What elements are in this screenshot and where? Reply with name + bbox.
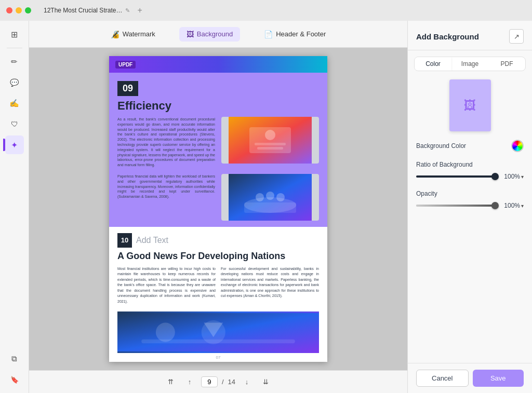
sidebar-divider-1: [7, 48, 22, 48]
edit-icon: ✏: [11, 57, 18, 66]
titlebar: 12The Most Crucial Strate… ✎ +: [0, 0, 532, 21]
opacity-value-container: 100% ▾: [499, 202, 524, 209]
tab-title: 12The Most Crucial Strate…: [44, 7, 122, 14]
panel-tabs: Color Image PDF: [414, 57, 526, 71]
sidebar-item-pages[interactable]: ⊞: [5, 25, 24, 44]
new-tab-button[interactable]: +: [137, 6, 142, 15]
right-panel: Add Background ↗ Color Image PDF 🖼 Backg…: [407, 21, 532, 393]
ratio-label: Ratio of Background: [416, 161, 473, 168]
ratio-section: Ratio of Background 100% ▾: [416, 159, 524, 180]
page-footer: 07: [117, 353, 319, 362]
svg-rect-10: [244, 202, 296, 213]
meeting-photo: [221, 174, 319, 221]
next-page-button[interactable]: ↓: [240, 375, 254, 389]
meeting-image: [221, 174, 319, 221]
ratio-slider-track[interactable]: [416, 175, 495, 178]
body-text-2: Paperless financial data will lighten th…: [117, 174, 215, 221]
sidebar-item-sign[interactable]: ✍: [5, 94, 24, 113]
body-text-3: Most financial institutions are willing …: [117, 266, 216, 305]
svg-point-9: [276, 193, 285, 201]
section-number-2: 10: [117, 233, 132, 248]
bg-preview-icon: 🖼: [464, 98, 476, 113]
opacity-slider-fill: [416, 205, 495, 207]
export-button[interactable]: ↗: [509, 29, 524, 44]
panel-title: Add Background: [416, 32, 479, 41]
sidebar-item-protect[interactable]: 🛡: [5, 115, 24, 133]
svg-rect-14: [141, 340, 295, 343]
opacity-slider-thumb[interactable]: [491, 202, 499, 209]
svg-rect-4: [257, 147, 283, 150]
background-label: Background: [197, 30, 233, 38]
layers-icon: ⧉: [11, 354, 17, 363]
tab-color[interactable]: Color: [415, 57, 451, 71]
watermark-button[interactable]: 🔏 Watermark: [103, 27, 163, 42]
bottom-photo: [117, 311, 319, 353]
section-number-1: 09: [117, 81, 138, 96]
prev-page-button[interactable]: ↑: [182, 375, 197, 389]
body-text-1: As a result, the bank's conventional doc…: [117, 117, 215, 168]
header-footer-label: Header & Footer: [276, 30, 326, 38]
header-footer-button[interactable]: 📄 Header & Footer: [257, 27, 333, 42]
sidebar-item-layers[interactable]: ⧉: [5, 349, 24, 368]
ratio-slider-thumb[interactable]: [491, 173, 499, 180]
total-pages: 14: [228, 378, 235, 386]
svg-rect-3: [255, 143, 286, 145]
svg-point-7: [256, 193, 264, 201]
sidebar-item-ai[interactable]: ✦: [5, 135, 24, 154]
bottom-image: [117, 311, 319, 353]
watermark-icon: 🔏: [111, 30, 119, 38]
ratio-slider-fill: [416, 175, 495, 178]
svg-point-2: [265, 130, 275, 140]
pages-icon: ⊞: [11, 30, 18, 39]
close-button[interactable]: [6, 7, 12, 13]
background-button[interactable]: 🖼 Background: [179, 27, 240, 42]
save-button[interactable]: Save: [473, 370, 524, 387]
maximize-button[interactable]: [25, 7, 31, 13]
active-indicator: [3, 139, 5, 151]
footer-text: 07: [216, 355, 221, 360]
current-page-input[interactable]: 9: [201, 376, 218, 387]
cancel-button[interactable]: Cancel: [416, 370, 469, 387]
page: UPDF 09 Efficiency As a result, the bank…: [109, 56, 327, 362]
panel-footer: Cancel Save: [408, 363, 532, 393]
two-col-layout: As a result, the bank's conventional doc…: [117, 117, 319, 227]
bookmark-icon: 🔖: [10, 376, 19, 384]
doc-viewer[interactable]: UPDF 09 Efficiency As a result, the bank…: [29, 48, 407, 370]
tab[interactable]: 12The Most Crucial Strate… ✎: [44, 7, 130, 14]
page-separator: /: [222, 378, 224, 386]
tab-pdf[interactable]: PDF: [488, 57, 525, 71]
ratio-value-container: 100% ▾: [499, 173, 524, 180]
main-layout: ⊞ ✏ 💬 ✍ 🛡 ✦ ⧉ 🔖: [0, 21, 532, 393]
office-photo: [221, 117, 319, 164]
export-icon: ↗: [514, 33, 520, 40]
tab-image[interactable]: Image: [451, 57, 488, 71]
add-text: Add Text: [136, 236, 168, 245]
sidebar-item-comment[interactable]: 💬: [5, 73, 24, 92]
first-page-button[interactable]: ⇈: [164, 375, 178, 389]
background-icon: 🖼: [187, 30, 194, 38]
updf-logo: UPDF: [115, 61, 136, 69]
page-header-bar: UPDF: [109, 56, 327, 73]
section-title-2: A Good News For Developing Nations: [117, 251, 319, 262]
panel-header: Add Background ↗: [408, 21, 532, 50]
white-section: 10 Add Text A Good News For Developing N…: [109, 227, 327, 362]
bg-preview-container: 🖼: [408, 71, 532, 140]
content-area: 🔏 Watermark 🖼 Background 📄 Header & Foot…: [29, 21, 407, 393]
page-purple-section: 09 Efficiency As a result, the bank's co…: [109, 73, 327, 227]
last-page-button[interactable]: ⇊: [258, 375, 273, 389]
minimize-button[interactable]: [16, 7, 22, 13]
opacity-slider-track[interactable]: [416, 205, 495, 207]
sidebar-item-edit[interactable]: ✏: [5, 52, 24, 71]
section-title-1: Efficiency: [117, 99, 319, 113]
color-picker-button[interactable]: [511, 140, 524, 152]
opacity-dropdown[interactable]: ▾: [521, 203, 524, 209]
watermark-label: Watermark: [123, 30, 155, 38]
bg-color-row: Background Color: [416, 140, 524, 152]
tab-edit-icon[interactable]: ✎: [125, 7, 130, 14]
comment-icon: 💬: [10, 78, 19, 87]
sidebar-item-bookmark[interactable]: 🔖: [5, 370, 24, 389]
sign-icon: ✍: [9, 99, 19, 108]
svg-point-12: [156, 323, 175, 342]
office-image: [221, 117, 319, 164]
ratio-dropdown[interactable]: ▾: [521, 174, 524, 180]
